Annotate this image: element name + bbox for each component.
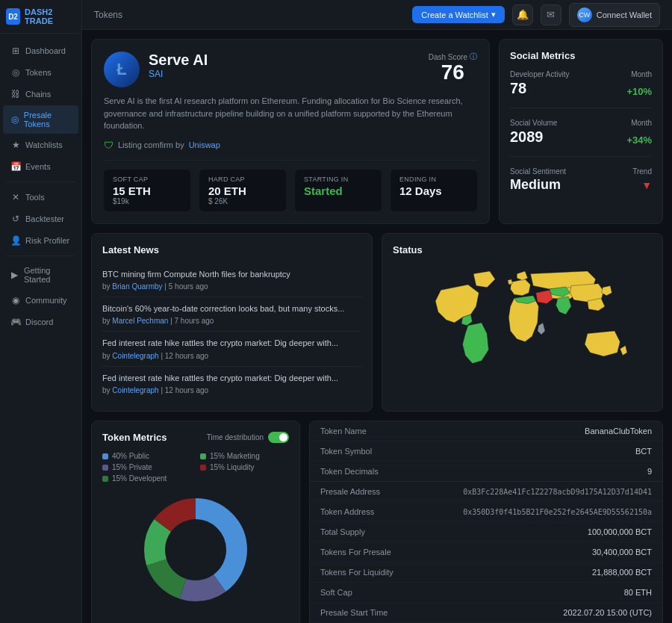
dev-activity-change: +10% <box>626 86 652 97</box>
token-icon: ◎ <box>10 67 21 78</box>
news-meta-1: by Marcel Pechman | 7 hours ago <box>102 317 361 325</box>
sidebar-item-risk-profiler[interactable]: 👤 Risk Profiler <box>3 230 78 251</box>
discord-icon: 🎮 <box>10 317 21 327</box>
news-item-2[interactable]: Fed interest rate hike rattles the crypt… <box>102 332 361 366</box>
tokens-liquidity-value: 21,888,000 BCT <box>592 568 652 577</box>
sidebar-item-getting-started[interactable]: ▶ Getting Started <box>3 261 78 289</box>
risk-icon: 👤 <box>10 235 21 246</box>
dev-activity-value: 78 <box>510 80 526 97</box>
news-headline-0: BTC mining firm Compute North files for … <box>102 269 361 280</box>
tokens-presale-value: 30,400,000 BCT <box>592 548 652 557</box>
listing-confirm: 🛡 Listing comfirm by Uniswap <box>104 140 477 151</box>
hard-cap-usd: $ 26K <box>208 197 277 205</box>
news-headline-2: Fed interest rate hike rattles the crypt… <box>102 338 361 349</box>
sidebar-item-tokens[interactable]: ◎ Tokens <box>3 62 78 83</box>
token-header: Ł Serve AI SAI Dash Score ⓘ 76 <box>104 52 477 87</box>
soft-cap-label: Soft Cap <box>113 176 181 183</box>
legend-liquidity: 15% Liquidity <box>200 463 289 471</box>
news-meta-2: by Cointelegraph | 12 hours ago <box>102 352 361 360</box>
news-panel: Latest News BTC mining firm Compute Nort… <box>91 233 373 412</box>
token-description: Serve AI is the first AI research platfo… <box>104 95 477 132</box>
starting-label: Starting In <box>304 176 373 183</box>
social-sentiment-row: Social Sentiment Trend Medium ▼ <box>510 167 652 193</box>
token-address-label: Token Address <box>320 507 374 516</box>
soft-cap-row: Soft Cap 80 ETH <box>310 583 662 603</box>
news-meta-3: by Cointelegraph | 12 hours ago <box>102 386 361 394</box>
sidebar-logo: D2 DASH2 TRADE <box>0 0 81 34</box>
social-volume-period: Month <box>631 119 652 127</box>
token-address-value: 0x350D3f0f41b5B21F0e252fe2645AE9D5556215… <box>463 508 652 516</box>
token-symbol-value: BCT <box>635 447 652 456</box>
status-panel: Status <box>382 233 663 412</box>
sidebar-item-label: Dashboard <box>25 46 66 55</box>
hard-cap-metric: Hard Cap 20 ETH $ 26K <box>199 170 286 211</box>
presale-start-label: Presale Start Time <box>320 608 388 617</box>
tokens-liquidity-label: Tokens For Liquidity <box>320 568 393 577</box>
social-volume-change: +34% <box>626 134 652 146</box>
token-metrics-header: Token Metrics Time destribution <box>102 432 289 443</box>
connect-wallet-button[interactable]: CW Connect Wallet <box>569 3 660 27</box>
token-details-panel: Token Name BananaClubToken Token Symbol … <box>309 421 663 623</box>
soft-cap-metric: Soft Cap 15 ETH $19k <box>104 170 190 211</box>
legend-dot-liquidity <box>200 465 206 471</box>
donut-chart <box>102 490 289 610</box>
sidebar-item-community[interactable]: ◉ Community <box>3 290 78 311</box>
logo-icon: D2 <box>6 8 20 25</box>
sidebar-item-tools[interactable]: ✕ Tools <box>3 187 78 208</box>
tokens-presale-row: Tokens For Presale 30,400,000 BCT <box>310 542 662 562</box>
starting-value: Started <box>304 185 373 197</box>
sidebar-divider <box>6 182 75 182</box>
ending-metric: Ending In 12 Days <box>391 170 477 211</box>
chevron-down-icon: ▾ <box>491 10 496 19</box>
social-volume-label: Social Volume <box>510 119 557 127</box>
sidebar-item-discord[interactable]: 🎮 Discord <box>3 312 78 332</box>
dev-activity-label: Developer Activity <box>510 70 569 78</box>
ending-label: Ending In <box>399 176 468 183</box>
legend-dot-development <box>102 476 108 482</box>
news-item-0[interactable]: BTC mining firm Compute North files for … <box>102 263 361 297</box>
token-metrics-title: Token Metrics <box>102 432 167 443</box>
logo-text: DASH2 TRADE <box>25 7 75 25</box>
news-item-1[interactable]: Bitcoin's 60% year-to-date correction lo… <box>102 297 361 332</box>
hard-cap-label: Hard Cap <box>208 176 277 183</box>
tokens-liquidity-row: Tokens For Liquidity 21,888,000 BCT <box>310 562 662 583</box>
total-supply-label: Total Supply <box>320 527 365 536</box>
news-title: Latest News <box>102 244 361 255</box>
info-icon: ⓘ <box>470 52 477 62</box>
time-dist-toggle[interactable] <box>268 432 289 443</box>
calendar-icon: 📅 <box>10 161 21 172</box>
content: Ł Serve AI SAI Dash Score ⓘ 76 Serve A <box>82 30 672 623</box>
presale-icon: ◎ <box>10 114 19 125</box>
sidebar-item-chains[interactable]: ⛓ Chains <box>3 84 78 105</box>
token-name-label: Token Name <box>320 427 367 436</box>
token-card: Ł Serve AI SAI Dash Score ⓘ 76 Serve A <box>91 39 490 224</box>
avatar: CW <box>577 7 592 22</box>
soft-cap-detail-value: 80 ETH <box>624 588 652 597</box>
create-watchlist-button[interactable]: Create a Watchlist ▾ <box>412 6 504 23</box>
middle-row: Latest News BTC mining firm Compute Nort… <box>91 233 663 412</box>
token-title-block: Serve AI SAI <box>149 52 420 79</box>
notification-button[interactable]: 🔔 <box>512 4 533 25</box>
uniswap-link[interactable]: Uniswap <box>189 140 220 149</box>
sidebar-item-events[interactable]: 📅 Events <box>3 156 78 177</box>
news-meta-0: by Brian Quarmby | 5 hours ago <box>102 282 361 291</box>
token-decimals-value: 9 <box>647 467 652 476</box>
soft-cap-eth: 15 ETH <box>113 185 181 197</box>
news-item-3[interactable]: Fed interest rate hike rattles the crypt… <box>102 367 361 400</box>
social-volume-value: 2089 <box>510 128 544 146</box>
soft-cap-detail-label: Soft Cap <box>320 588 352 597</box>
sidebar-item-label: Watchlists <box>25 140 63 149</box>
sidebar-item-label: Community <box>25 296 67 305</box>
svg-point-5 <box>166 520 225 580</box>
sidebar-item-dashboard[interactable]: ⊞ Dashboard <box>3 40 78 61</box>
mail-button[interactable]: ✉ <box>541 4 561 25</box>
sidebar-item-backtester[interactable]: ↺ Backtester <box>3 208 78 229</box>
play-icon: ▶ <box>10 270 19 280</box>
sidebar-item-presale-tokens[interactable]: ◎ Presale Tokens <box>3 105 78 134</box>
chain-icon: ⛓ <box>10 89 21 99</box>
trend-down-icon: ▼ <box>641 179 652 191</box>
tokens-presale-label: Tokens For Presale <box>320 548 391 557</box>
sidebar-item-watchlists[interactable]: ★ Watchlists <box>3 134 78 155</box>
token-logo: Ł <box>104 52 140 87</box>
status-title: Status <box>393 244 652 255</box>
